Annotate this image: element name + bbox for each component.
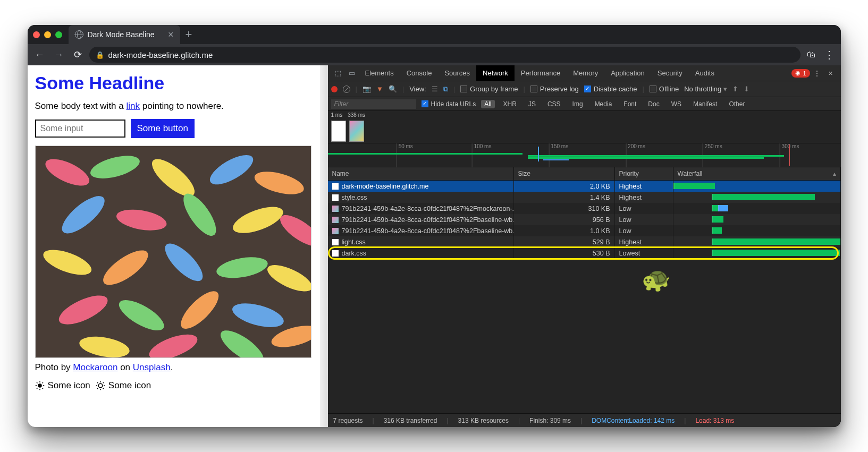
devtools-menu-icon[interactable]: ⋮ xyxy=(810,69,824,78)
rendered-page: Some Headline Some body text with a link… xyxy=(28,65,328,427)
col-name[interactable]: Name xyxy=(328,167,514,180)
filter-input[interactable]: Filter xyxy=(331,99,416,109)
filter-font[interactable]: Font xyxy=(620,100,639,108)
filter-manifest[interactable]: Manifest xyxy=(690,100,720,108)
table-row[interactable]: dark.css530 BLowest xyxy=(328,248,841,259)
tab-performance[interactable]: Performance xyxy=(515,65,567,81)
file-size: 2.0 KB xyxy=(514,181,615,192)
download-har-icon[interactable]: ⬇ xyxy=(744,85,749,93)
caption-author-link[interactable]: Mockaroon xyxy=(73,362,117,372)
search-icon[interactable]: 🔍 xyxy=(389,85,397,93)
waterfall-cell xyxy=(673,225,841,236)
demo-input[interactable] xyxy=(35,120,125,138)
preserve-log-checkbox[interactable]: Preserve log xyxy=(530,85,579,93)
network-toolbar: | 📷 ▼ 🔍 | View: ☰ ⧉ | Group by frame | P… xyxy=(328,81,841,97)
offline-checkbox[interactable]: Offline xyxy=(650,85,679,93)
tab-application[interactable]: Application xyxy=(604,65,651,81)
close-tab-icon[interactable]: × xyxy=(168,30,174,39)
error-badge[interactable]: ◉ 1 xyxy=(791,69,810,78)
col-waterfall[interactable]: Waterfall▴ xyxy=(673,167,841,180)
tab-security[interactable]: Security xyxy=(651,65,689,81)
file-icon xyxy=(332,194,339,201)
file-icon xyxy=(332,206,339,212)
candy-image xyxy=(35,146,311,358)
filter-doc[interactable]: Doc xyxy=(645,100,662,108)
forward-button[interactable]: → xyxy=(51,47,67,63)
throttling-select[interactable]: No throttling▾ xyxy=(684,85,727,93)
tab-console[interactable]: Console xyxy=(400,65,439,81)
sun-icon-1: Some icon xyxy=(35,380,90,391)
waterfall-bar xyxy=(673,183,715,189)
filter-media[interactable]: Media xyxy=(592,100,616,108)
filter-css[interactable]: CSS xyxy=(544,100,564,108)
device-toggle-icon[interactable]: ▭ xyxy=(345,69,359,77)
filter-img[interactable]: Img xyxy=(569,100,586,108)
waterfall-bar xyxy=(712,250,840,256)
svg-line-33 xyxy=(42,382,43,383)
titlebar: Dark Mode Baseline × + xyxy=(28,25,841,44)
record-button[interactable] xyxy=(331,86,338,92)
minimize-window-button[interactable] xyxy=(44,31,51,38)
table-row[interactable]: 791b2241-459b-4a2e-8cca-c0fdc21f0487%2Fb… xyxy=(328,214,841,225)
network-overview[interactable]: 1 ms 338 ms 50 ms100 ms150 ms200 ms250 m… xyxy=(328,111,841,167)
inspect-icon[interactable]: ⬚ xyxy=(331,69,345,77)
table-row[interactable]: light.css529 BHighest xyxy=(328,236,841,248)
filter-js[interactable]: JS xyxy=(525,100,539,108)
file-size: 530 B xyxy=(514,248,615,259)
tab-memory[interactable]: Memory xyxy=(567,65,604,81)
close-window-button[interactable] xyxy=(33,31,40,38)
timeline-ruler[interactable]: 50 ms100 ms150 ms200 ms250 ms300 ms xyxy=(328,143,841,167)
throttling-value: No throttling xyxy=(684,85,721,93)
file-size: 529 B xyxy=(514,236,615,248)
waterfall-cell xyxy=(673,214,841,225)
tab-title: Dark Mode Baseline xyxy=(88,30,155,39)
filter-ws[interactable]: WS xyxy=(668,100,685,108)
demo-button[interactable]: Some button xyxy=(131,119,195,138)
browser-tab[interactable]: Dark Mode Baseline × xyxy=(69,25,180,44)
table-row[interactable]: 791b2241-459b-4a2e-8cca-c0fdc21f0487%2Fm… xyxy=(328,203,841,214)
icon-row: Some icon Some icon xyxy=(35,380,321,391)
file-icon xyxy=(332,217,339,223)
filter-xhr[interactable]: XHR xyxy=(500,100,520,108)
table-row[interactable]: style.css1.4 KBHighest xyxy=(328,192,841,203)
svg-line-42 xyxy=(103,382,104,383)
tab-elements[interactable]: Elements xyxy=(359,65,400,81)
extension-icon[interactable]: 🛍 xyxy=(804,47,819,62)
table-row[interactable]: dark-mode-baseline.glitch.me2.0 KBHighes… xyxy=(328,181,841,192)
view-list-icon[interactable]: ☰ xyxy=(432,85,438,93)
waterfall-bar xyxy=(712,227,722,234)
reload-button[interactable]: ⟳ xyxy=(70,47,86,63)
back-button[interactable]: ← xyxy=(32,47,48,63)
new-tab-button[interactable]: + xyxy=(186,28,192,41)
image-caption: Photo by Mockaroon on Unsplash. xyxy=(35,362,321,373)
caption-site-link[interactable]: Unsplash xyxy=(133,362,171,372)
tab-network[interactable]: Network xyxy=(476,65,515,81)
devtools-panel: ⬚ ▭ Elements Console Sources Network Per… xyxy=(328,65,841,427)
svg-line-40 xyxy=(103,388,104,389)
col-size[interactable]: Size xyxy=(514,167,615,180)
hide-data-urls-checkbox[interactable]: Hide data URLs xyxy=(422,100,476,108)
filter-icon[interactable]: ▼ xyxy=(376,85,383,93)
file-icon xyxy=(332,239,339,245)
col-priority[interactable]: Priority xyxy=(615,167,673,180)
sort-icon: ▴ xyxy=(833,170,836,177)
group-by-frame-checkbox[interactable]: Group by frame xyxy=(460,85,518,93)
upload-har-icon[interactable]: ⬆ xyxy=(732,85,738,93)
filter-other[interactable]: Other xyxy=(726,100,748,108)
tab-audits[interactable]: Audits xyxy=(689,65,721,81)
view-frames-icon[interactable]: ⧉ xyxy=(443,85,448,93)
maximize-window-button[interactable] xyxy=(55,31,62,38)
filmstrip-frame[interactable] xyxy=(349,121,364,142)
devtools-close-icon[interactable]: × xyxy=(824,69,838,78)
table-row[interactable]: 791b2241-459b-4a2e-8cca-c0fdc21f0487%2Fb… xyxy=(328,225,841,236)
browser-menu-button[interactable]: ⋮ xyxy=(822,48,837,61)
tab-sources[interactable]: Sources xyxy=(438,65,476,81)
body-link[interactable]: link xyxy=(126,101,140,111)
address-bar[interactable]: 🔒 dark-mode-baseline.glitch.me xyxy=(89,47,800,63)
waterfall-bar xyxy=(712,238,841,245)
screenshot-icon[interactable]: 📷 xyxy=(363,85,371,93)
filmstrip-frame[interactable] xyxy=(331,121,346,142)
clear-button[interactable] xyxy=(343,86,350,93)
disable-cache-checkbox[interactable]: Disable cache xyxy=(584,85,637,93)
filter-all[interactable]: All xyxy=(481,100,494,108)
